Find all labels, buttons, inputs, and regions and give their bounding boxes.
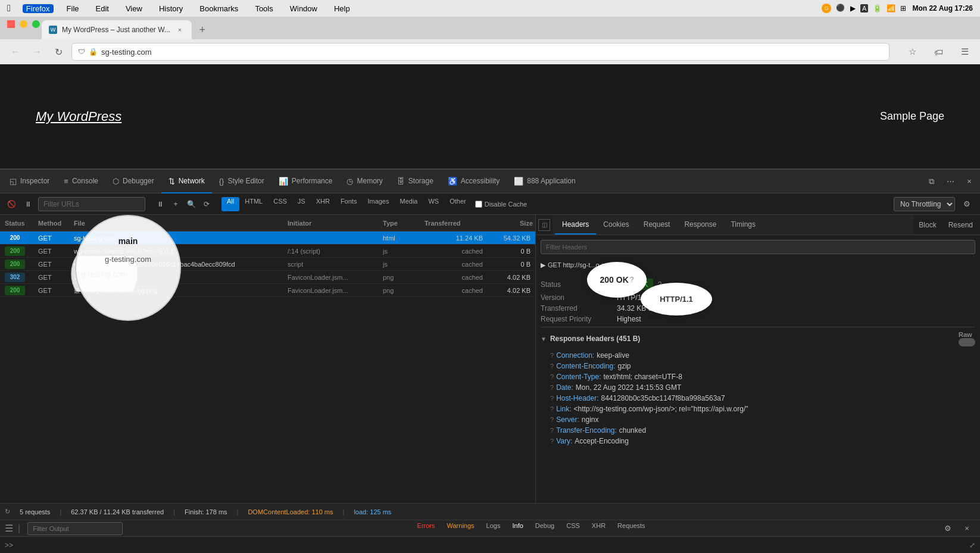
search-network-button[interactable]: 🔍 [185,198,198,211]
table-row[interactable]: 200 GET wp-emoji-release.min.js?ver=6.0.… [0,245,535,258]
pocket-button[interactable]: 🏷 [930,43,947,60]
filter-tab-media[interactable]: Media [394,197,423,211]
col-header-type[interactable]: Type [380,220,422,227]
console-settings-button[interactable]: ⚙ [940,520,956,537]
tab-response[interactable]: Response [677,215,723,235]
tab-request[interactable]: Request [636,215,678,235]
devtools-tab-inspector[interactable]: ◱ Inspector [2,170,57,193]
settings-network-button[interactable]: ⟳ [200,198,213,211]
menu-firefox[interactable]: Firefox [23,4,54,13]
headers-filter-input[interactable] [541,240,975,254]
col-header-transferred[interactable]: Transferred [422,220,488,227]
table-row[interactable]: 200 GET view.min.js?ver=009e29110e016c14… [0,258,535,271]
clear-network-button[interactable]: 🚫 [5,198,18,211]
tab-close-button[interactable]: × [175,25,185,35]
console-tab-css[interactable]: CSS [561,522,585,535]
devtools-tab-style-editor[interactable]: {} Style Editor [212,170,271,193]
help-icon[interactable]: ? [550,373,554,380]
menu-file[interactable]: File [63,4,83,13]
raw-button[interactable]: Raw [959,331,975,346]
table-row[interactable]: 200 GET sg-testing.com html 11.24 KB 54.… [0,232,535,245]
col-header-initiator[interactable]: Initiator [285,220,380,227]
help-icon[interactable]: ? [550,427,554,434]
col-header-file[interactable]: File [71,220,285,227]
more-tools-button[interactable]: ⋯ [942,173,959,190]
table-row[interactable]: 200 GET 🖼 w-logo-blue-white-bg.png Favic… [0,284,535,297]
menu-history[interactable]: History [155,4,186,13]
console-tab-info[interactable]: Info [507,522,528,535]
filter-tab-xhr[interactable]: XHR [311,197,335,211]
help-icon[interactable]: ? [550,363,554,370]
col-header-method[interactable]: Method [36,220,71,227]
filter-tab-other[interactable]: Other [444,197,472,211]
menu-edit[interactable]: Edit [92,4,113,13]
help-icon[interactable]: ? [550,352,554,359]
minimize-button[interactable] [20,20,27,28]
responsive-design-button[interactable]: ⧉ [923,173,940,190]
devtools-tab-console[interactable]: ≡ Console [57,170,105,193]
maximize-icon[interactable]: ⤢ [969,541,975,549]
menu-help[interactable]: Help [330,4,354,13]
console-close-button[interactable]: × [959,520,975,537]
console-tab-requests[interactable]: Requests [613,522,650,535]
disable-cache-label[interactable]: Disable Cache [475,201,528,208]
close-devtools-button[interactable]: × [961,173,978,190]
menu-window[interactable]: Window [286,4,321,13]
disable-cache-checkbox[interactable] [475,201,482,208]
menu-tools[interactable]: Tools [251,4,276,13]
status-help-icon[interactable]: ? [658,280,662,289]
filter-urls-input[interactable] [38,197,145,211]
close-button[interactable] [7,20,15,28]
network-table-body[interactable]: 200 GET sg-testing.com html 11.24 KB 54.… [0,232,535,503]
help-icon[interactable]: ? [550,384,554,391]
filter-tab-js[interactable]: JS [292,197,311,211]
console-tab-xhr[interactable]: XHR [587,522,610,535]
network-settings-button[interactable]: ⚙ [959,196,975,213]
resend-button[interactable]: Resend [944,221,978,229]
menu-view[interactable]: View [122,4,146,13]
sidebar-icon[interactable]: ☰ [5,523,13,534]
filter-tab-css[interactable]: CSS [268,197,292,211]
devtools-tab-application[interactable]: ⬜ 888 Application [507,170,582,193]
response-headers-section[interactable]: ▼ Response Headers (451 B) Raw [541,327,975,350]
tab-cookies[interactable]: Cookies [596,215,636,235]
pause-icon[interactable]: ⏸ [154,198,167,211]
devtools-tab-memory[interactable]: ◷ Memory [339,170,389,193]
devtools-tab-storage[interactable]: 🗄 Storage [390,170,441,193]
raw-toggle[interactable] [959,338,975,346]
filter-tab-images[interactable]: Images [362,197,394,211]
devtools-tab-accessibility[interactable]: ♿ Accessibility [441,170,507,193]
help-icon[interactable]: ? [550,395,554,402]
console-tab-debug[interactable]: Debug [530,522,559,535]
block-button[interactable]: Block [914,221,941,229]
filter-tab-fonts[interactable]: Fonts [335,197,363,211]
maximize-button[interactable] [32,20,40,28]
back-button[interactable]: ← [7,43,24,60]
menu-button[interactable]: ☰ [956,43,973,60]
console-tab-warnings[interactable]: Warnings [442,522,479,535]
table-row[interactable]: 302 GET 🖼 sg-testing.com FaviconLoader.j… [0,271,535,284]
address-bar[interactable]: 🛡 🔒 sg-testing.com [71,43,890,61]
filter-tab-html[interactable]: HTML [239,197,268,211]
help-icon[interactable]: ? [550,405,554,413]
devtools-tab-performance[interactable]: 📊 Performance [271,170,340,193]
throttle-select[interactable]: No Throttling [894,197,955,211]
console-tab-errors[interactable]: Errors [413,522,440,535]
tab-timings[interactable]: Timings [723,215,763,235]
col-header-size[interactable]: Size [488,220,535,227]
bookmark-button[interactable]: ☆ [904,43,920,60]
devtools-tab-debugger[interactable]: ⬡ Debugger [105,170,161,193]
reload-button[interactable]: ↻ [50,43,67,60]
panel-icon-button[interactable]: ◫ [538,219,550,231]
window-controls[interactable] [7,20,40,28]
filter-tab-ws[interactable]: WS [423,197,444,211]
devtools-tab-network[interactable]: ⇅ Network [161,170,212,193]
tab-headers[interactable]: Headers [555,215,596,235]
col-header-status[interactable]: Status [0,220,36,227]
add-filter-button[interactable]: + [169,198,182,211]
forward-button[interactable]: → [29,43,45,60]
active-tab[interactable]: W My WordPress – Just another W... × [42,20,192,39]
menu-bookmarks[interactable]: Bookmarks [196,4,242,13]
filter-tab-all[interactable]: All [221,197,239,211]
filter-output-input[interactable] [27,522,123,535]
